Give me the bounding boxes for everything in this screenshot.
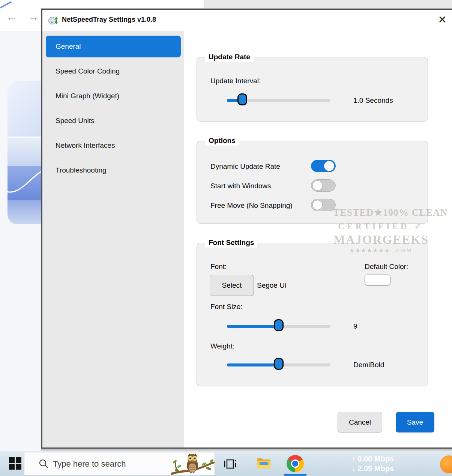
update-interval-value: 1.0 Seconds [353,96,393,105]
taskbar: ↑ 0.00 Mbps ↓ 2.05 Mbps [0,451,452,476]
graph-curve [8,156,42,205]
windows-logo-icon [9,457,15,463]
app-icon [48,15,58,26]
toggle-knob [312,200,323,210]
slider-handle[interactable] [237,93,247,105]
font-settings-group: Font Settings Font: Default Color: Selec… [197,243,428,386]
start-with-windows-toggle[interactable] [311,179,336,192]
group-title: Font Settings [205,238,257,248]
font-select-button[interactable]: Select [210,275,254,296]
update-interval-slider[interactable] [227,99,330,102]
toggle-knob [312,180,323,191]
sidebar-item-network-interfaces[interactable]: Network Interfaces [46,135,181,156]
webpage-background [0,32,42,451]
settings-dialog: NetSpeedTray Settings v1.0.8 ✕ General S… [41,9,452,449]
font-size-value: 9 [353,322,357,330]
file-explorer-icon[interactable] [257,457,271,469]
free-move-toggle[interactable] [311,199,336,211]
weight-value: DemiBold [353,361,384,369]
default-color-swatch[interactable] [365,275,390,286]
current-font-name: Segoe UI [257,281,287,290]
webpage-graph-image [8,81,42,224]
update-rate-group: Update Rate Update Interval: 1.0 Seconds [197,57,428,122]
forward-arrow-button[interactable]: → [28,11,39,23]
taskbar-search-box[interactable] [24,452,215,475]
group-title: Options [205,136,239,146]
active-app-indicator [284,474,306,476]
save-button[interactable]: Save [396,412,434,432]
net-speed-tray-widget[interactable]: ↑ 0.00 Mbps ↓ 2.05 Mbps [339,454,394,473]
weight-slider[interactable] [227,363,330,366]
default-color-label: Default Color: [365,263,408,271]
dynamic-update-rate-toggle[interactable] [311,160,336,172]
page-decoration [0,0,12,9]
browser-tab-strip [204,0,452,8]
search-icon [39,459,49,469]
sidebar-item-speed-units[interactable]: Speed Units [46,110,181,132]
font-size-slider[interactable] [227,325,330,328]
cancel-button[interactable]: Cancel [338,412,382,432]
dialog-title: NetSpeedTray Settings v1.0.8 [62,16,156,24]
chrome-icon[interactable] [287,455,304,472]
slider-handle[interactable] [274,358,284,370]
font-label: Font: [210,263,227,271]
start-with-windows-label: Start with Windows [210,182,271,190]
sidebar-item-general[interactable]: General [46,36,181,57]
close-icon[interactable]: ✕ [438,14,447,26]
task-view-icon[interactable] [224,458,237,470]
weight-label: Weight: [210,342,234,350]
tray-orange-icon[interactable] [440,455,452,473]
options-group: Options Dynamic Update Rate Start with W… [197,141,428,224]
search-input[interactable] [53,457,158,471]
dynamic-update-rate-label: Dynamic Update Rate [210,162,280,171]
settings-content: Update Rate Update Interval: 1.0 Seconds… [184,31,452,447]
slider-handle[interactable] [274,319,284,331]
sidebar-item-speed-color-coding[interactable]: Speed Color Coding [46,60,181,82]
update-interval-label: Update Interval: [210,77,261,85]
group-title: Update Rate [205,52,254,62]
sidebar-item-mini-graph[interactable]: Mini Graph (Widget) [46,85,181,107]
free-move-label: Free Move (No Snapping) [210,201,293,210]
start-button[interactable] [9,457,22,470]
upload-speed: ↑ 0.00 Mbps [339,454,394,464]
dialog-titlebar[interactable]: NetSpeedTray Settings v1.0.8 ✕ [42,10,452,31]
font-size-label: Font Size: [210,303,243,311]
toggle-knob [324,161,334,171]
download-speed: ↓ 2.05 Mbps [339,464,394,473]
sidebar: General Speed Color Coding Mini Graph (W… [42,31,184,447]
sidebar-item-troubleshooting[interactable]: Troubleshooting [46,159,181,181]
owl-image[interactable] [171,453,215,475]
back-arrow-button[interactable]: ← [6,11,17,23]
